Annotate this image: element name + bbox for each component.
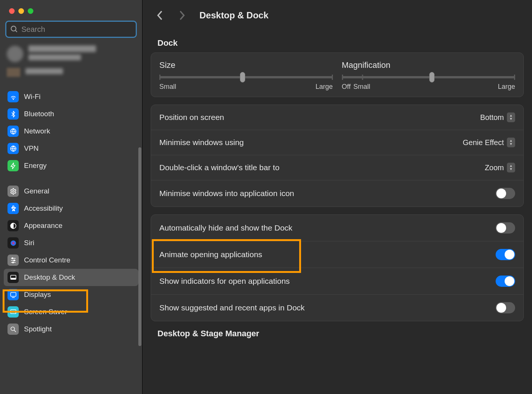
access-icon	[7, 203, 19, 214]
toggle-animate-opening-applications[interactable]	[496, 249, 515, 260]
close-window-button[interactable]	[9, 8, 15, 14]
toggle-minimise-windows-into-application-icon[interactable]	[496, 188, 515, 199]
setting-row: Position on screenBottom▲▼	[151, 105, 523, 130]
sidebar-item-energy[interactable]: Energy	[4, 157, 138, 174]
setting-row: Double-click a window's title bar toZoom…	[151, 155, 523, 180]
search-icon	[10, 25, 18, 33]
magnification-slider-block: Magnification Off Small Large	[342, 60, 516, 91]
sidebar-item-screen-saver[interactable]: Screen Saver	[4, 303, 138, 321]
chevron-up-down-icon: ▲▼	[507, 112, 515, 122]
sidebar-item-displays[interactable]: Displays	[4, 286, 138, 303]
sidebar-item-siri[interactable]: Siri	[4, 234, 138, 252]
dock-sliders-card: Size Small Large Magnification	[151, 52, 524, 97]
search-icon	[7, 324, 19, 335]
sidebar-item-label: Displays	[24, 291, 51, 299]
family-avatar	[7, 68, 20, 77]
toggle-knob	[505, 250, 514, 259]
sidebar-item-label: Accessibility	[24, 204, 63, 213]
setting-label: Position on screen	[159, 113, 224, 122]
magnification-max-label: Large	[498, 83, 515, 91]
scrollbar-thumb[interactable]	[138, 147, 141, 346]
sidebar-item-bluetooth[interactable]: Bluetooth	[4, 105, 138, 123]
setting-label: Show suggested and recent apps in Dock	[159, 303, 305, 312]
dropdown-value: Zoom	[485, 163, 504, 172]
size-slider-thumb[interactable]	[240, 72, 245, 82]
sidebar-item-control-centre[interactable]: Control Centre	[4, 252, 138, 269]
globe-icon	[7, 143, 19, 154]
window-controls	[0, 0, 142, 14]
dropdown-double-click-a-window-s-title-bar-to[interactable]: Zoom▲▼	[485, 163, 515, 172]
apple-id-row[interactable]	[7, 45, 135, 63]
svg-point-6	[12, 205, 14, 207]
sidebar-item-general[interactable]: General	[4, 183, 138, 200]
sidebar-item-desktop-dock[interactable]: Desktop & Dock	[4, 269, 138, 286]
search-container[interactable]	[5, 21, 137, 38]
magnification-slider-thumb[interactable]	[429, 72, 435, 82]
dropdown-value: Genie Effect	[463, 138, 504, 147]
search-input[interactable]	[18, 25, 132, 34]
dropdown-position-on-screen[interactable]: Bottom▲▼	[480, 112, 515, 122]
svg-line-21	[14, 330, 15, 331]
sidebar-item-label: Control Centre	[24, 256, 70, 264]
setting-row: Automatically hide and show the Dock	[151, 215, 523, 241]
toggle-knob	[496, 223, 506, 233]
setting-label: Double-click a window's title bar to	[159, 163, 279, 172]
size-slider[interactable]	[159, 76, 333, 78]
setting-label: Minimise windows using	[159, 138, 244, 147]
main-header: Desktop & Dock	[142, 0, 532, 25]
appearance-icon	[7, 220, 19, 231]
setting-row: Animate opening applications	[151, 241, 523, 268]
main-panel: Desktop & Dock Dock Size Small Large Mag…	[142, 0, 532, 394]
toggle-knob	[496, 303, 506, 313]
setting-label: Minimise windows into application icon	[159, 189, 294, 198]
dock-section-title: Dock	[157, 38, 524, 48]
sidebar: Wi-FiBluetoothNetworkVPNEnergyGeneralAcc…	[0, 0, 142, 394]
setting-row: Minimise windows usingGenie Effect▲▼	[151, 130, 523, 155]
sidebar-item-appearance[interactable]: Appearance	[4, 217, 138, 234]
sidebar-item-vpn[interactable]: VPN	[4, 140, 138, 157]
chevron-up-down-icon: ▲▼	[507, 138, 515, 147]
page-title: Desktop & Dock	[199, 10, 268, 21]
sidebar-item-label: Desktop & Dock	[24, 273, 75, 282]
back-button[interactable]	[154, 9, 166, 22]
fullscreen-window-button[interactable]	[28, 8, 33, 14]
dock-options-card-2: Automatically hide and show the DockAnim…	[151, 214, 524, 321]
sidebar-item-wi-fi[interactable]: Wi-Fi	[4, 88, 138, 105]
sidebar-item-label: General	[24, 187, 49, 195]
sidebar-item-label: Wi-Fi	[24, 93, 40, 101]
sliders-icon	[7, 255, 19, 266]
sidebar-item-label: Siri	[24, 239, 34, 247]
sidebar-item-network[interactable]: Network	[4, 123, 138, 140]
sidebar-item-spotlight[interactable]: Spotlight	[4, 321, 138, 338]
sidebar-list: Wi-FiBluetoothNetworkVPNEnergyGeneralAcc…	[0, 84, 142, 394]
sidebar-item-label: Bluetooth	[24, 110, 54, 118]
svg-point-0	[11, 26, 16, 31]
dropdown-minimise-windows-using[interactable]: Genie Effect▲▼	[463, 138, 515, 147]
forward-button[interactable]	[175, 9, 188, 22]
magnification-slider[interactable]	[342, 76, 516, 78]
stage-manager-section-title: Desktop & Stage Manager	[157, 329, 524, 339]
magnification-min-label: Small	[354, 83, 370, 91]
toggle-show-indicators-for-open-applications[interactable]	[496, 276, 515, 287]
toggle-show-suggested-and-recent-apps-in-dock[interactable]	[496, 302, 515, 313]
sidebar-item-label: Spotlight	[24, 325, 52, 333]
sidebar-item-label: Energy	[24, 162, 46, 170]
svg-point-8	[10, 240, 16, 246]
chevron-up-down-icon: ▲▼	[507, 163, 515, 172]
toggle-knob	[505, 276, 514, 286]
sidebar-item-label: Network	[24, 127, 50, 135]
toggle-knob	[496, 189, 506, 198]
magnification-off-label: Off	[342, 83, 351, 91]
dropdown-value: Bottom	[480, 113, 504, 122]
sidebar-item-accessibility[interactable]: Accessibility	[4, 200, 138, 217]
svg-point-12	[13, 259, 15, 261]
svg-rect-16	[11, 278, 15, 279]
svg-point-2	[13, 99, 13, 100]
siri-icon	[7, 237, 19, 249]
family-row[interactable]	[7, 68, 135, 77]
wifi-icon	[7, 91, 19, 102]
minimize-window-button[interactable]	[18, 8, 24, 14]
toggle-automatically-hide-and-show-the-dock[interactable]	[496, 222, 515, 234]
svg-rect-17	[10, 292, 16, 296]
size-label: Size	[159, 60, 333, 70]
